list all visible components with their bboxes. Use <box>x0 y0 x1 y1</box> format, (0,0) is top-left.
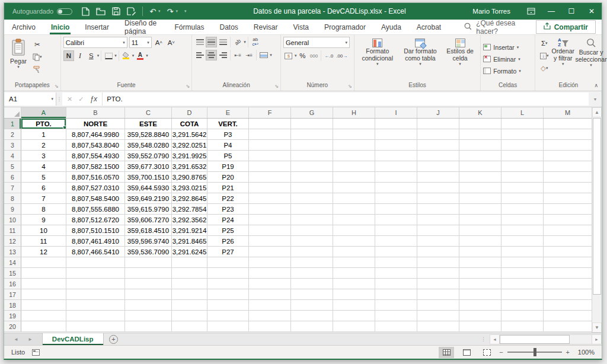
cell-j5[interactable] <box>417 161 459 172</box>
cell-h2[interactable] <box>333 129 375 140</box>
autosave-control[interactable]: Autoguardado <box>12 8 72 15</box>
font-color-icon[interactable]: A <box>135 50 145 61</box>
cell-f4[interactable] <box>249 151 291 161</box>
undo-dropdown-icon[interactable]: ▾ <box>158 9 161 14</box>
cell-j18[interactable] <box>417 300 459 311</box>
cell-i14[interactable] <box>375 257 417 268</box>
orientation-dropdown-icon[interactable]: ▾ <box>244 40 246 44</box>
cell-l2[interactable] <box>501 129 544 140</box>
cell-g19[interactable] <box>291 311 333 321</box>
cell-g12[interactable] <box>291 236 333 247</box>
cell-styles-dropdown-icon[interactable]: ▾ <box>459 62 461 66</box>
increase-indent-icon[interactable]: ⇥≡ <box>244 50 254 60</box>
find-select-dropdown-icon[interactable]: ▾ <box>590 63 592 68</box>
cell-h11[interactable] <box>333 225 375 236</box>
cell-k18[interactable] <box>459 300 501 311</box>
cell-h9[interactable] <box>333 204 375 215</box>
cell-d14[interactable] <box>172 257 207 268</box>
borders-dropdown-icon[interactable]: ▾ <box>114 53 117 58</box>
cell-f11[interactable] <box>249 225 291 236</box>
cell-e13[interactable]: P27 <box>207 247 249 257</box>
cell-d11[interactable]: 3,291.9214 <box>172 225 207 236</box>
cell-g17[interactable] <box>291 289 333 300</box>
cell-m8[interactable] <box>544 193 592 204</box>
vertical-scroll-thumb[interactable] <box>593 118 601 295</box>
delete-cells-button[interactable]: ✕ Eliminar ▾ <box>483 53 520 65</box>
row-header-11[interactable]: 11 <box>4 225 21 236</box>
cell-h15[interactable] <box>333 268 375 279</box>
formula-input[interactable]: PTO. <box>103 92 589 106</box>
tab-ayuda[interactable]: Ayuda <box>373 20 409 34</box>
cell-m2[interactable] <box>544 129 592 140</box>
user-name[interactable]: Mario Torres <box>472 8 510 15</box>
cell-e12[interactable]: P26 <box>207 236 249 247</box>
cell-l1[interactable] <box>501 119 544 129</box>
cell-m15[interactable] <box>544 268 592 279</box>
cell-b4[interactable]: 8,807,554.4930 <box>66 151 125 161</box>
cell-styles-button[interactable]: Estilos de celda ▾ <box>443 37 477 68</box>
cell-g20[interactable] <box>291 321 333 332</box>
cell-j9[interactable] <box>417 204 459 215</box>
cell-e4[interactable]: P5 <box>207 151 249 161</box>
cell-h17[interactable] <box>333 289 375 300</box>
cell-a13[interactable]: 12 <box>21 247 66 257</box>
horizontal-scroll-thumb[interactable] <box>500 335 570 344</box>
cell-c5[interactable]: 359,677.3010 <box>125 161 172 172</box>
cell-a5[interactable]: 4 <box>21 161 66 172</box>
cell-i18[interactable] <box>375 300 417 311</box>
row-header-10[interactable]: 10 <box>4 215 21 225</box>
cell-f12[interactable] <box>249 236 291 247</box>
cell-g13[interactable] <box>291 247 333 257</box>
cut-icon[interactable]: ✂ <box>31 39 43 50</box>
underline-button[interactable]: S <box>86 50 97 61</box>
cell-e15[interactable] <box>207 268 249 279</box>
cell-d8[interactable]: 3,292.8645 <box>172 193 207 204</box>
cell-k9[interactable] <box>459 204 501 215</box>
scroll-left-icon[interactable]: ◄ <box>490 334 500 344</box>
cell-b12[interactable]: 8,807,461.4910 <box>66 236 125 247</box>
cell-l11[interactable] <box>501 225 544 236</box>
fill-color-dropdown-icon[interactable]: ▾ <box>132 53 135 58</box>
cell-a2[interactable]: 1 <box>21 129 66 140</box>
align-right-icon[interactable] <box>218 50 228 60</box>
tab-diseño-de-página[interactable]: Diseño de página <box>117 20 167 34</box>
cell-g18[interactable] <box>291 300 333 311</box>
alignment-dialog-launcher-icon[interactable]: ⇘ <box>274 84 279 89</box>
cell-l4[interactable] <box>501 151 544 161</box>
cell-l10[interactable] <box>501 215 544 225</box>
column-header-h[interactable]: H <box>333 107 375 118</box>
zoom-out-icon[interactable]: − <box>499 349 503 356</box>
cell-l13[interactable] <box>501 247 544 257</box>
column-header-a[interactable]: A <box>21 107 66 118</box>
cell-j15[interactable] <box>417 268 459 279</box>
format-dropdown-icon[interactable]: ▾ <box>519 69 521 74</box>
cell-m5[interactable] <box>544 161 592 172</box>
cell-j11[interactable] <box>417 225 459 236</box>
cell-f9[interactable] <box>249 204 291 215</box>
format-cells-button[interactable]: Formato ▾ <box>483 65 521 76</box>
cell-d4[interactable]: 3,291.9925 <box>172 151 207 161</box>
autosave-toggle[interactable] <box>57 8 72 15</box>
cell-l16[interactable] <box>501 279 544 289</box>
grow-font-icon[interactable]: A˄ <box>154 37 164 48</box>
cell-e16[interactable] <box>207 279 249 289</box>
ribbon-display-options-icon[interactable] <box>521 3 541 20</box>
new-sheet-button[interactable]: + <box>104 333 124 345</box>
cell-a19[interactable] <box>21 311 66 321</box>
percent-style-button[interactable]: % <box>297 50 308 61</box>
cell-a8[interactable]: 7 <box>21 193 66 204</box>
row-header-19[interactable]: 19 <box>4 311 21 321</box>
increase-decimal-icon[interactable]: ←.0 <box>323 50 334 61</box>
cell-i12[interactable] <box>375 236 417 247</box>
cell-i5[interactable] <box>375 161 417 172</box>
cell-b7[interactable]: 8,807,527.0310 <box>66 183 125 193</box>
cell-b16[interactable] <box>66 279 125 289</box>
cell-h10[interactable] <box>333 215 375 225</box>
cell-i15[interactable] <box>375 268 417 279</box>
cell-b8[interactable]: 8,807,548.5400 <box>66 193 125 204</box>
column-header-e[interactable]: E <box>207 107 249 118</box>
cell-k12[interactable] <box>459 236 501 247</box>
cell-l12[interactable] <box>501 236 544 247</box>
cell-b17[interactable] <box>66 289 125 300</box>
cell-b15[interactable] <box>66 268 125 279</box>
